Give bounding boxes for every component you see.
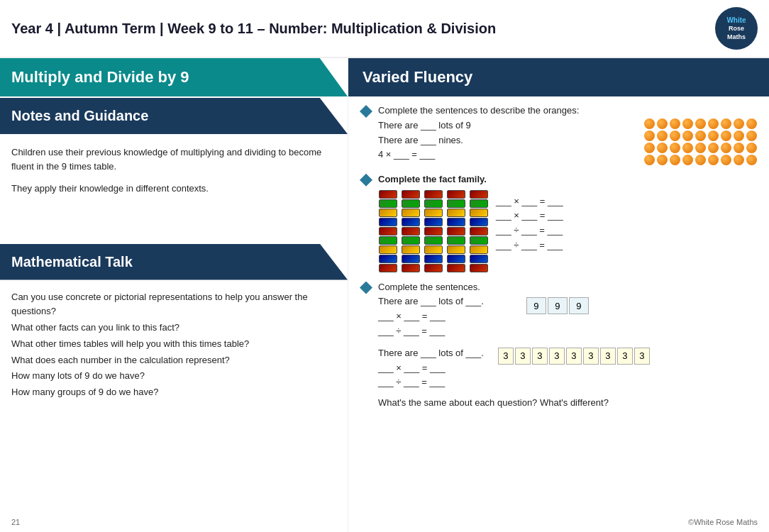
copyright: ©White Rose Maths: [688, 518, 758, 526]
tower: [469, 190, 489, 273]
math-talk-content: Can you use concrete or pictorial repres…: [0, 280, 348, 412]
tower-block: [447, 264, 465, 272]
q4-line2: ___ × ___ = ___: [378, 361, 484, 376]
talk-q2: What other facts can you link to this fa…: [11, 321, 336, 336]
tower-block: [470, 227, 488, 235]
tower-block: [470, 218, 488, 226]
tower-block: [379, 190, 397, 199]
q4-line1: There are ___ lots of ___.: [378, 346, 484, 361]
oranges-container: There are ___ lots of 9 There are ___ ni…: [378, 118, 758, 165]
tower-block: [402, 190, 420, 199]
orange-circle: [657, 118, 668, 129]
q2-eq3: ___ ÷ ___ = ___: [496, 223, 563, 238]
q3-equations: There are ___ lots of ___. ___ × ___ = _…: [378, 294, 484, 338]
page-title: Year 4 | Autumn Term | Week 9 to 11 – Nu…: [11, 21, 496, 37]
bullet-icon-2: [360, 174, 372, 187]
fluency-text-4: There are ___ lots of ___. ___ × ___ = _…: [378, 346, 758, 390]
orange-circle: [644, 155, 655, 165]
tower-block: [470, 236, 488, 245]
left-panel: Multiply and Divide by 9 Notes and Guida…: [0, 58, 348, 532]
fluency-text-2: Complete the fact family. ___ × ___ = __…: [378, 172, 758, 273]
orange-circle: [734, 143, 744, 153]
orange-circle: [657, 155, 668, 165]
q3-boxes: 999: [526, 297, 589, 314]
orange-circle: [734, 131, 744, 141]
tower: [378, 190, 398, 273]
orange-circle: [695, 131, 706, 141]
fact-equations: ___ × ___ = ___ ___ × ___ = ___ ___ ÷ __…: [496, 194, 563, 253]
footer: 21 ©White Rose Maths: [0, 518, 769, 526]
notes-paragraph-2: They apply their knowledge in different …: [11, 182, 336, 196]
tower-block: [447, 255, 465, 263]
notes-title-bar: Notes and Guidance: [0, 98, 348, 134]
spacer-4: [360, 348, 372, 360]
tower-block: [470, 209, 488, 217]
tower-block: [379, 199, 397, 208]
tower-block: [447, 218, 465, 226]
orange-circle: [734, 118, 744, 129]
q3-number-box: 9: [569, 297, 589, 314]
towers-container: [378, 190, 489, 273]
varied-fluency-title-bar: Varied Fluency: [348, 58, 769, 96]
tower: [446, 190, 466, 273]
tower-block: [424, 209, 443, 217]
talk-q1: Can you use concrete or pictorial repres…: [11, 290, 336, 320]
talk-q3: What other times tables will help you wi…: [11, 337, 336, 352]
tower-block: [402, 218, 420, 226]
varied-fluency-title: Varied Fluency: [363, 68, 472, 86]
fluency-item-2: Complete the fact family. ___ × ___ = __…: [360, 172, 758, 273]
tower-block: [379, 227, 397, 235]
tower-block: [470, 255, 488, 263]
oranges-text: There are ___ lots of 9 There are ___ ni…: [378, 118, 637, 162]
tower-block: [379, 255, 397, 263]
main-content: Multiply and Divide by 9 Notes and Guida…: [0, 58, 769, 532]
tower-block: [424, 255, 443, 263]
tower-block: [402, 264, 420, 272]
q3-line2: ___ × ___ = ___: [378, 309, 484, 324]
tower-block: [447, 245, 465, 254]
q4-line3: ___ ÷ ___ = ___: [378, 375, 484, 390]
tower-block: [424, 218, 443, 226]
orange-circle: [682, 155, 693, 165]
fact-family-row: ___ × ___ = ___ ___ × ___ = ___ ___ ÷ __…: [378, 187, 758, 273]
tower-block: [424, 245, 443, 254]
q5-footer-container: What's the same about each question? Wha…: [360, 397, 758, 408]
talk-q4: What does each number in the calculation…: [11, 353, 336, 368]
orange-circle: [644, 131, 655, 141]
multiply-title-bar: Multiply and Divide by 9: [0, 58, 348, 96]
q4-number-box: 3: [515, 348, 531, 365]
orange-circle: [682, 118, 693, 129]
tower-block: [424, 190, 443, 199]
tower-block: [379, 236, 397, 245]
q1-line1: There are ___ lots of 9: [378, 118, 637, 133]
tower-block: [402, 227, 420, 235]
bullet-icon-3: [360, 282, 372, 294]
orange-circle: [695, 118, 706, 129]
oranges-grid: [644, 118, 758, 165]
fluency-content: Complete the sentences to describe the o…: [348, 96, 769, 415]
white-rose-logo: White Rose Maths: [715, 7, 758, 50]
orange-circle: [682, 143, 693, 153]
tower-block: [424, 236, 443, 245]
fluency-text-1: Complete the sentences to describe the o…: [378, 104, 758, 165]
orange-circle: [708, 118, 719, 129]
tower-block: [402, 236, 420, 245]
notes-section: Children use their previous knowledge of…: [0, 134, 348, 216]
q2-eq1: ___ × ___ = ___: [496, 194, 563, 209]
q4-number-box: 3: [549, 348, 565, 365]
bullet-icon-1: [360, 105, 372, 118]
q3-intro: Complete the sentences.: [378, 280, 758, 295]
tower-block: [379, 264, 397, 272]
page-number: 21: [11, 518, 20, 526]
math-talk-title: Mathematical Talk: [11, 254, 133, 270]
fluency-item-4: There are ___ lots of ___. ___ × ___ = _…: [360, 346, 758, 390]
q3-number-box: 9: [526, 297, 546, 314]
orange-circle: [721, 155, 731, 165]
q4-number-box: 3: [583, 348, 599, 365]
q3-line1: There are ___ lots of ___.: [378, 294, 484, 309]
tower-block: [402, 199, 420, 208]
tower-block: [379, 209, 397, 217]
tower-block: [379, 218, 397, 226]
header: Year 4 | Autumn Term | Week 9 to 11 – Nu…: [0, 0, 769, 58]
tower: [401, 190, 421, 273]
